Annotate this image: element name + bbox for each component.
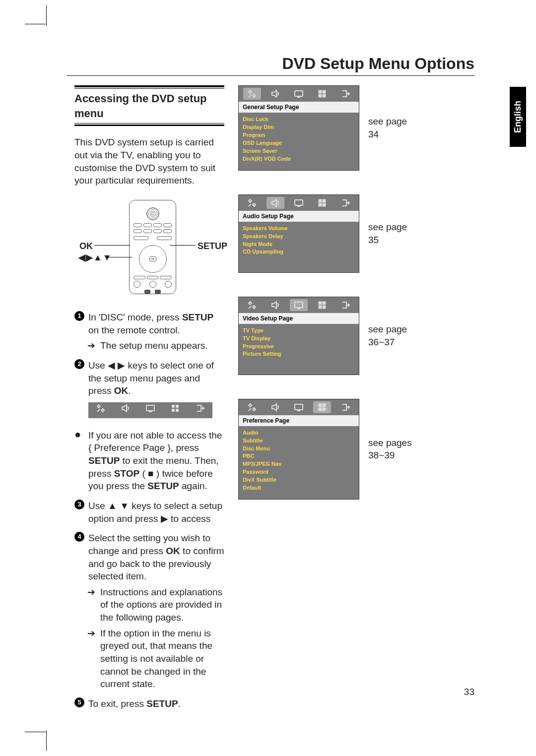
rule-thin-2 <box>74 123 224 124</box>
svg-rect-22 <box>323 404 326 407</box>
step-2: 2 Use ◀ ▶ keys to select one of the setu… <box>74 359 224 397</box>
remote-diagram: OK OK SETUP ◀▶▲▼ <box>74 196 224 302</box>
speaker-icon <box>267 401 284 413</box>
panel-item: TV Display <box>243 335 355 343</box>
step-1-sub: ➔ The setup menu appears. <box>86 339 224 352</box>
note: ● If you are not able to access the { Pr… <box>74 429 224 493</box>
panel-item: Speakers Volume <box>243 225 355 233</box>
tools-icon <box>243 299 261 311</box>
dpad-icon: OK <box>139 245 167 273</box>
panel-list: Disc LockDisplay DimProgramOSD LanguageS… <box>239 113 359 166</box>
panel-item: Disc Menu <box>243 445 355 453</box>
exit-icon <box>336 197 354 209</box>
panel-item: Default <box>243 484 355 492</box>
panel-item: Disc Lock <box>243 116 355 124</box>
setup-panel-row: Preference PageAudioSubtitleDisc MenuPBC… <box>238 399 467 500</box>
icon-strip <box>88 402 212 418</box>
panel-item: Subtitle <box>243 437 355 445</box>
page-title: DVD Setup Menu Options <box>282 55 474 73</box>
svg-rect-9 <box>323 94 326 97</box>
step-4: 4 Select the setting you wish to change … <box>74 532 224 583</box>
panel-iconbar <box>239 297 359 313</box>
tools-icon <box>243 197 261 209</box>
svg-rect-2 <box>176 405 179 408</box>
bullet-icon: ● <box>74 429 84 493</box>
panel-list: Speakers VolumeSpeakers DelayNight ModeC… <box>239 222 359 268</box>
grid-icon <box>313 88 331 100</box>
grid-icon <box>313 299 331 311</box>
panel-item: OSD Language <box>243 139 355 147</box>
panel-item: MP3/JPEG Nav <box>243 460 355 468</box>
panel-iconbar <box>239 195 359 211</box>
panel-iconbar <box>239 399 359 415</box>
panel-title: Preference Page <box>239 415 359 426</box>
remote-label-ok: OK <box>79 240 93 252</box>
panel-title: General Setup Page <box>239 102 359 113</box>
svg-rect-13 <box>319 203 322 206</box>
svg-rect-5 <box>295 91 303 96</box>
arrow-icon: ➔ <box>86 627 96 691</box>
svg-rect-3 <box>172 409 175 412</box>
speaker-icon <box>267 88 284 100</box>
setup-panel-row: General Setup PageDisc LockDisplay DimPr… <box>238 85 467 171</box>
panel-item: Progressive <box>243 343 355 351</box>
panel-item: Speakers Delay <box>243 233 355 241</box>
right-column: General Setup PageDisc LockDisplay DimPr… <box>238 85 467 523</box>
svg-rect-15 <box>295 302 303 308</box>
panel-item: Program <box>243 131 355 139</box>
steps-list: 1 In 'DISC' mode, press SETUP on the rem… <box>74 311 224 710</box>
exit-icon <box>336 88 354 100</box>
exit-icon <box>195 403 205 417</box>
grid-icon <box>170 403 180 417</box>
step-5: 5 To exit, press SETUP. <box>74 697 224 710</box>
svg-rect-14 <box>323 203 326 206</box>
step-3: 3 Use ▲ ▼ keys to select a setup option … <box>74 500 224 525</box>
remote-label-arrows: ◀▶▲▼ <box>78 252 112 263</box>
svg-rect-19 <box>323 306 326 309</box>
step-4-sub1: ➔ Instructions and explanations of the o… <box>86 586 224 624</box>
tools-icon <box>96 403 106 417</box>
leader-line <box>170 245 196 246</box>
panel-list: AudioSubtitleDisc MenuPBCMP3/JPEG NavPas… <box>239 426 359 496</box>
panel-item: Screen Saver <box>243 147 355 155</box>
setup-panel: Audio Setup PageSpeakers VolumeSpeakers … <box>238 194 359 273</box>
setup-panel: Video Setup PageTV TypeTV DisplayProgres… <box>238 297 359 375</box>
svg-rect-8 <box>319 94 322 97</box>
svg-rect-24 <box>323 408 326 411</box>
intro-text: This DVD system setup is carried out via… <box>74 136 224 187</box>
panel-item: Password <box>243 468 355 476</box>
panel-item: DivX Subtitle <box>243 476 355 484</box>
setup-panel: General Setup PageDisc LockDisplay DimPr… <box>238 85 359 171</box>
svg-rect-6 <box>319 90 322 93</box>
arrow-icon: ➔ <box>86 339 96 352</box>
left-column: Accessing the DVD setup menu This DVD sy… <box>74 85 224 710</box>
step-1: 1 In 'DISC' mode, press SETUP on the rem… <box>74 311 224 336</box>
setup-panel-row: Video Setup PageTV TypeTV DisplayProgres… <box>238 297 467 375</box>
leader-line <box>94 245 130 246</box>
panel-item: Display Dim <box>243 124 355 131</box>
remote-label-setup: SETUP <box>198 240 227 252</box>
rule-thick-2 <box>74 125 224 126</box>
setup-panel-row: Audio Setup PageSpeakers VolumeSpeakers … <box>238 194 467 273</box>
exit-icon <box>336 401 354 413</box>
svg-rect-16 <box>319 302 322 305</box>
panel-item: CD Upsampling <box>243 248 355 256</box>
tv-icon <box>145 403 155 417</box>
panel-iconbar <box>239 86 359 102</box>
page-reference: see page 34 <box>368 115 418 140</box>
svg-rect-1 <box>172 405 175 408</box>
section-heading: Accessing the DVD setup menu <box>74 89 224 123</box>
exit-icon <box>336 299 354 311</box>
rule-thick <box>74 85 224 87</box>
panel-title: Video Setup Page <box>239 313 359 324</box>
remote-outline: OK <box>129 200 176 294</box>
page-reference: see page 35 <box>368 221 418 246</box>
page-reference: see page 36~37 <box>368 323 418 348</box>
panel-item: PBC <box>243 452 355 460</box>
svg-rect-0 <box>146 405 154 411</box>
title-rule <box>67 75 474 76</box>
speaker-icon <box>121 403 131 417</box>
tv-icon <box>290 197 308 209</box>
language-tab: English <box>510 87 526 147</box>
svg-rect-18 <box>319 306 322 309</box>
